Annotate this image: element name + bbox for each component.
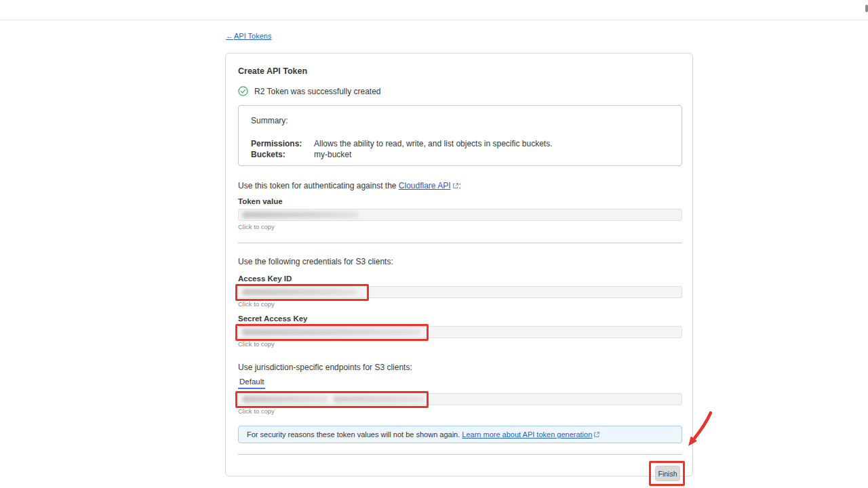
summary-panel: Summary: Permissions: Allows the ability… bbox=[238, 105, 682, 166]
success-message: R2 Token was successfully created bbox=[254, 87, 381, 96]
scrollbar-thumb[interactable] bbox=[865, 5, 868, 12]
secret-access-key-label: Secret Access Key bbox=[238, 314, 682, 323]
access-key-id-field[interactable] bbox=[238, 286, 682, 298]
summary-row-permissions: Permissions: Allows the ability to read,… bbox=[251, 138, 669, 149]
token-intro-text: Use this token for authenticating agains… bbox=[238, 181, 682, 190]
s3-credentials-intro: Use the following credentials for S3 cli… bbox=[238, 257, 682, 266]
back-arrow-icon: ← bbox=[226, 32, 233, 40]
back-link-label: API Tokens bbox=[234, 32, 271, 40]
success-check-icon bbox=[238, 86, 248, 96]
tab-default-jurisdiction[interactable]: Default bbox=[238, 378, 265, 389]
create-api-token-card: Create API Token R2 Token was successful… bbox=[225, 53, 693, 476]
redacted-token-value bbox=[242, 211, 359, 218]
summary-label: Permissions: bbox=[251, 138, 314, 149]
external-link-icon bbox=[452, 182, 459, 189]
external-link-icon bbox=[593, 431, 600, 438]
redacted-secret-key bbox=[242, 329, 420, 336]
security-notice-text: For security reasons these token values … bbox=[247, 430, 460, 439]
secret-access-key-field[interactable] bbox=[238, 326, 682, 338]
back-link-api-tokens[interactable]: ←API Tokens bbox=[226, 32, 271, 40]
endpoint-copy-hint[interactable]: Click to copy bbox=[238, 407, 682, 415]
finish-button[interactable]: Finish bbox=[655, 466, 680, 481]
redacted-access-key bbox=[242, 289, 357, 296]
s3-endpoint-field[interactable] bbox=[238, 393, 682, 405]
top-header-bar bbox=[0, 0, 868, 20]
token-value-label: Token value bbox=[238, 197, 682, 205]
token-intro-suffix: : bbox=[459, 181, 461, 190]
jurisdiction-intro: Use jurisdiction-specific endpoints for … bbox=[238, 363, 682, 372]
section-divider bbox=[238, 243, 682, 243]
summary-label: Buckets: bbox=[251, 149, 314, 160]
redacted-endpoint-part2 bbox=[333, 396, 425, 403]
access-key-copy-hint[interactable]: Click to copy bbox=[238, 300, 682, 308]
token-intro-prefix: Use this token for authenticating agains… bbox=[238, 181, 399, 190]
access-key-id-label: Access Key ID bbox=[238, 274, 682, 283]
summary-value: my-bucket bbox=[314, 149, 351, 160]
summary-row-buckets: Buckets: my-bucket bbox=[251, 149, 669, 160]
page: ←API Tokens Create API Token R2 Token wa… bbox=[0, 0, 868, 488]
page-title: Create API Token bbox=[238, 66, 682, 76]
redacted-endpoint-part1 bbox=[242, 396, 328, 403]
token-copy-hint[interactable]: Click to copy bbox=[238, 223, 682, 230]
summary-value: Allows the ability to read, write, and l… bbox=[314, 138, 553, 149]
summary-rows: Permissions: Allows the ability to read,… bbox=[251, 138, 669, 160]
secret-key-copy-hint[interactable]: Click to copy bbox=[238, 340, 682, 348]
cloudflare-api-link[interactable]: Cloudflare API bbox=[399, 181, 451, 190]
security-notice: For security reasons these token values … bbox=[238, 426, 682, 443]
footer-divider bbox=[238, 454, 682, 455]
learn-more-link[interactable]: Learn more about API token generation bbox=[462, 430, 592, 439]
summary-heading: Summary: bbox=[251, 116, 669, 125]
success-banner: R2 Token was successfully created bbox=[238, 86, 682, 96]
token-value-field[interactable] bbox=[238, 209, 682, 221]
